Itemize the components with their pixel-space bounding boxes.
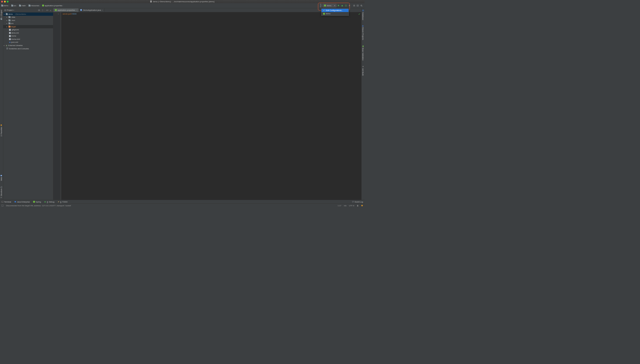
- project-tree[interactable]: ▾ demo ~/Demo/demo ▸ .idea ▸ .mvn ▸: [3, 12, 53, 200]
- svg-rect-10: [1, 187, 1, 187]
- maven-tool-button[interactable]: m Maven Projects: [362, 25, 364, 40]
- run-toolbar: 011001 demo ▾ Edit Configurations... dem…: [319, 4, 352, 8]
- svg-point-25: [363, 66, 363, 67]
- speech-icon: [352, 201, 354, 203]
- inspection-indicator[interactable]: [358, 13, 360, 15]
- lock-indicator[interactable]: [357, 205, 359, 207]
- tree-item-idea[interactable]: ▸ .idea: [3, 16, 53, 19]
- svg-point-3: [361, 5, 362, 6]
- bottom-tool-tabs: Terminal Java Enterprise Spring 55: Debu…: [0, 200, 365, 204]
- database-tool-button[interactable]: Database: [362, 10, 364, 20]
- tree-item-gitignore[interactable]: .gitignore: [3, 28, 53, 32]
- svg-rect-19: [7, 48, 8, 49]
- status-icon[interactable]: [2, 205, 4, 207]
- file-icon: [9, 29, 11, 31]
- close-tab-button[interactable]: ×: [102, 9, 103, 11]
- javaee-tab[interactable]: Java Enterprise: [14, 201, 30, 203]
- dropdown-label: Edit Configurations...: [326, 9, 343, 12]
- stop-button[interactable]: [352, 4, 356, 8]
- chevron-down-icon: ▾: [334, 5, 335, 7]
- bean-validation-tool-button[interactable]: Bean Validation: [362, 45, 364, 61]
- coverage-button[interactable]: [344, 4, 348, 8]
- run-config-selector[interactable]: demo ▾: [323, 4, 337, 8]
- favorites-tool-button[interactable]: 2: Favorites: [0, 124, 3, 136]
- svg-rect-11: [5, 10, 6, 11]
- web-tool-button[interactable]: Web: [0, 174, 3, 181]
- tree-item-mvnw[interactable]: mvnw: [3, 35, 53, 38]
- expand-arrow[interactable]: ▾: [4, 13, 5, 15]
- close-tab-button[interactable]: ×: [76, 9, 77, 11]
- ant-tool-button[interactable]: Ant Build: [362, 66, 364, 76]
- editor-tab-properties[interactable]: application.properties ×: [53, 8, 79, 12]
- structure-tool-button[interactable]: 7: Structure: [0, 186, 3, 198]
- spring-icon: [55, 9, 57, 11]
- tree-root[interactable]: ▾ demo ~/Demo/demo: [3, 13, 53, 16]
- tree-item-scratches[interactable]: Scratches and Consoles: [3, 47, 53, 50]
- status-bar: Disconnected from the target VM, address…: [0, 204, 365, 207]
- tab-label: DemoApplication.java: [83, 9, 101, 11]
- debug-button[interactable]: [340, 4, 344, 8]
- editor-tab-demoapp[interactable]: C DemoApplication.java ×: [79, 8, 105, 12]
- collapse-button[interactable]: [41, 9, 44, 11]
- insert-mode[interactable]: n/a: [344, 205, 346, 207]
- breadcrumb-main[interactable]: main: [19, 5, 26, 7]
- java-class-icon: C: [80, 9, 82, 11]
- maximize-window-button[interactable]: [7, 1, 9, 3]
- tree-item-target[interactable]: ▸ target: [3, 25, 53, 28]
- inspector-indicator[interactable]: [361, 205, 363, 207]
- svg-rect-8: [2, 187, 2, 188]
- breadcrumb-file[interactable]: application.properties: [42, 5, 62, 7]
- tree-item-external-libs[interactable]: ▸ External Libraries: [3, 44, 53, 47]
- locate-button[interactable]: [38, 9, 40, 11]
- database-icon: [362, 10, 364, 12]
- breadcrumb-resources[interactable]: resources: [29, 5, 39, 7]
- debug-tab[interactable]: 55: Debug: Debug: [44, 201, 54, 203]
- file-icon: [150, 1, 152, 2]
- close-window-button[interactable]: [1, 1, 3, 3]
- folder-icon: [1, 5, 3, 7]
- project-icon: [1, 18, 3, 20]
- edit-configurations-item[interactable]: Edit Configurations...: [322, 9, 348, 12]
- code-value: 9000: [72, 13, 76, 15]
- event-log-tab[interactable]: Event Log: [352, 201, 363, 203]
- breadcrumb-demo[interactable]: demo: [1, 5, 9, 7]
- settings-button[interactable]: ▾: [46, 9, 49, 11]
- code-key: server.port: [63, 13, 71, 15]
- run-config-label: demo: [327, 5, 332, 7]
- terminal-icon: [2, 201, 4, 203]
- hide-button[interactable]: [49, 9, 52, 11]
- tree-item-mvnwcmd[interactable]: mvnw.cmd: [3, 38, 53, 41]
- expand-arrow[interactable]: ▸: [6, 16, 8, 18]
- spring-icon: [33, 201, 35, 203]
- minimize-window-button[interactable]: [4, 1, 6, 3]
- svg-rect-30: [357, 206, 358, 207]
- file-icon: [9, 38, 11, 40]
- todo-tab[interactable]: 66: TODO: TODO: [58, 201, 68, 203]
- expand-arrow[interactable]: ▸: [6, 26, 8, 28]
- profile-button[interactable]: [348, 4, 352, 8]
- project-panel: Project ▾ | ▾ ▾ demo ~/Demo/demo ▸: [3, 8, 53, 200]
- encoding-indicator[interactable]: UTF-8: [349, 205, 354, 207]
- tree-item-src[interactable]: ▸ src: [3, 22, 53, 25]
- search-everywhere-button[interactable]: [360, 4, 363, 8]
- build-button[interactable]: 011001: [319, 4, 323, 8]
- tree-item-mvn[interactable]: ▸ .mvn: [3, 19, 53, 22]
- spring-tab[interactable]: Spring: [33, 201, 41, 203]
- expand-arrow[interactable]: ▸: [6, 22, 8, 25]
- config-item-demo[interactable]: demo: [322, 12, 348, 16]
- tree-item-demoiml[interactable]: demo.iml: [3, 31, 53, 35]
- project-tool-button[interactable]: 1: Project: [0, 10, 3, 20]
- terminal-tab[interactable]: Terminal: [2, 201, 11, 203]
- breadcrumb-src[interactable]: src: [11, 5, 16, 7]
- expand-arrow[interactable]: ▸: [6, 19, 8, 22]
- code-editor[interactable]: server.port=9000: [61, 12, 361, 200]
- expand-arrow[interactable]: ▸: [4, 44, 5, 47]
- caret-position[interactable]: 1:17: [338, 205, 341, 207]
- svg-rect-32: [362, 205, 362, 206]
- svg-rect-33: [362, 206, 362, 206]
- panel-title-label: Project: [7, 9, 13, 11]
- project-view-selector[interactable]: Project ▾: [4, 9, 37, 11]
- tree-item-pom[interactable]: m pom.xml: [3, 41, 53, 44]
- layout-button[interactable]: [356, 4, 360, 8]
- run-button[interactable]: [337, 4, 340, 8]
